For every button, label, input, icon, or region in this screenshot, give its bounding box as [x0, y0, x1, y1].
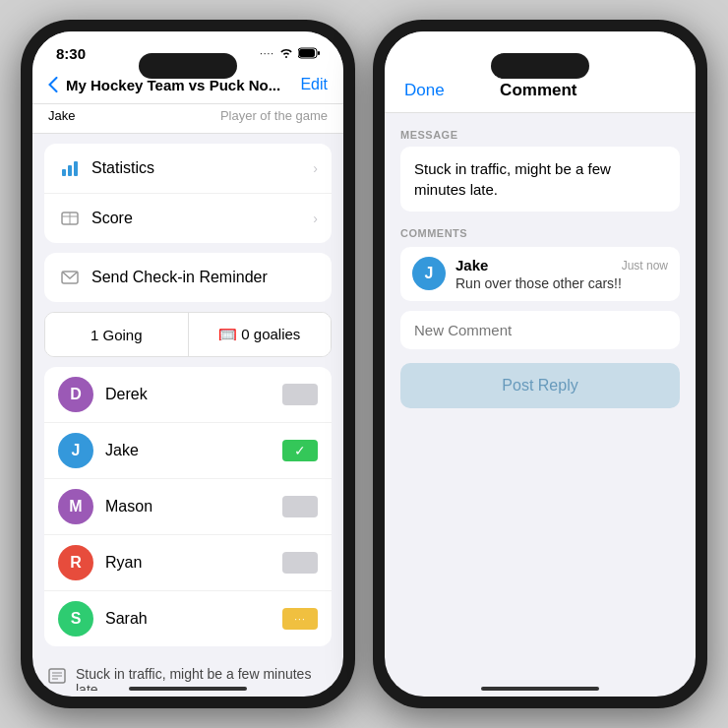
message-label: MESSAGE	[400, 129, 680, 141]
comment-item: J Jake Just now Run over those other car…	[400, 247, 680, 301]
post-reply-label: Post Reply	[502, 377, 577, 394]
score-icon	[58, 207, 82, 230]
badge-mason	[282, 496, 318, 517]
avatar-mason: M	[58, 489, 93, 524]
right-phone: Done Comment MESSAGE Stuck in traffic, m…	[373, 20, 707, 708]
player-row-derek[interactable]: D Derek	[44, 367, 332, 423]
avatar-sarah: S	[58, 601, 93, 637]
player-name: Jake	[48, 108, 75, 123]
player-list: D Derek J Jake ✓	[44, 367, 332, 646]
score-label: Score	[91, 210, 313, 227]
player-name-derek: Derek	[105, 386, 282, 403]
player-name-sarah: Sarah	[105, 610, 282, 628]
goalie-icon: 🥅	[218, 326, 241, 342]
page-title: My Hockey Team vs Puck No...	[66, 77, 300, 93]
left-screen: 8:30 ···· My Hockey Team vs Puck N	[32, 31, 343, 697]
score-chevron: ›	[313, 211, 318, 226]
goalies-label: 0 goalies	[241, 326, 300, 342]
svg-rect-3	[62, 169, 66, 176]
player-row-jake[interactable]: J Jake ✓	[44, 423, 332, 479]
battery-icon	[298, 47, 320, 61]
comment-title: Comment	[500, 81, 576, 100]
new-comment-input[interactable]	[400, 311, 680, 349]
left-phone: 8:30 ···· My Hockey Team vs Puck N	[21, 20, 355, 708]
comment-author: Jake	[455, 257, 488, 273]
comment-avatar: J	[412, 257, 446, 290]
message-box: Stuck in traffic, might be a few minutes…	[400, 147, 680, 212]
badge-derek	[282, 384, 318, 405]
post-reply-button[interactable]: Post Reply	[400, 363, 680, 408]
right-notch	[491, 53, 589, 79]
going-label: 1 Going	[91, 327, 143, 343]
avatar-jake: J	[58, 433, 93, 468]
notch	[139, 53, 237, 79]
right-home-indicator	[481, 687, 599, 691]
edit-button[interactable]: Edit	[300, 76, 328, 93]
comment-header: Jake Just now	[455, 257, 668, 273]
player-header: Jake Player of the game	[32, 104, 343, 134]
comments-label: COMMENTS	[400, 227, 680, 239]
going-row: 1 Going 🥅 0 goalies	[44, 312, 332, 357]
badge-sarah: ···	[282, 608, 318, 630]
stats-score-card: Statistics › Score ›	[44, 144, 332, 243]
done-button[interactable]: Done	[404, 81, 445, 100]
check-icon-jake: ✓	[294, 443, 306, 458]
comment-text: Run over those other cars!!	[455, 275, 668, 291]
svg-rect-2	[318, 51, 320, 55]
comment-content: Jake Just now Run over those other cars!…	[455, 257, 668, 291]
score-row[interactable]: Score ›	[44, 194, 332, 243]
footer-note: Stuck in traffic, might be a few minutes…	[32, 656, 343, 691]
wifi-icon	[279, 47, 293, 60]
statistics-label: Statistics	[91, 159, 313, 177]
player-row-ryan[interactable]: R Ryan	[44, 535, 332, 591]
player-row-mason[interactable]: M Mason	[44, 479, 332, 535]
player-row-sarah[interactable]: S Sarah ···	[44, 591, 332, 646]
player-name-ryan: Ryan	[105, 554, 282, 572]
reminder-row[interactable]: Send Check-in Reminder	[44, 253, 332, 302]
avatar-derek: D	[58, 377, 93, 412]
player-of-game-label: Player of the game	[220, 108, 328, 123]
signal-icon: ····	[260, 48, 274, 59]
reminder-label: Send Check-in Reminder	[91, 269, 318, 286]
svg-rect-1	[299, 49, 315, 57]
goalies-button[interactable]: 🥅 0 goalies	[189, 313, 332, 356]
reminder-icon	[58, 266, 82, 289]
svg-rect-5	[74, 161, 78, 176]
status-time: 8:30	[56, 45, 86, 62]
home-indicator	[129, 687, 247, 691]
scroll-content: Statistics › Score ›	[32, 134, 343, 691]
comment-time: Just now	[622, 259, 668, 273]
badge-jake: ✓	[282, 440, 318, 461]
note-icon	[48, 668, 66, 689]
going-button[interactable]: 1 Going	[45, 313, 189, 356]
status-icons: ····	[260, 47, 320, 61]
badge-ryan	[282, 552, 318, 574]
svg-rect-4	[68, 165, 72, 176]
player-name-mason: Mason	[105, 498, 282, 516]
statistics-row[interactable]: Statistics ›	[44, 144, 332, 194]
player-name-jake: Jake	[105, 442, 282, 459]
dots-icon-sarah: ···	[294, 614, 305, 625]
reminder-card: Send Check-in Reminder	[44, 253, 332, 302]
statistics-chevron: ›	[313, 160, 318, 176]
comment-body: MESSAGE Stuck in traffic, might be a few…	[385, 113, 696, 424]
right-screen: Done Comment MESSAGE Stuck in traffic, m…	[385, 31, 696, 697]
statistics-icon	[58, 156, 82, 180]
back-button[interactable]	[48, 77, 58, 92]
avatar-ryan: R	[58, 545, 93, 580]
